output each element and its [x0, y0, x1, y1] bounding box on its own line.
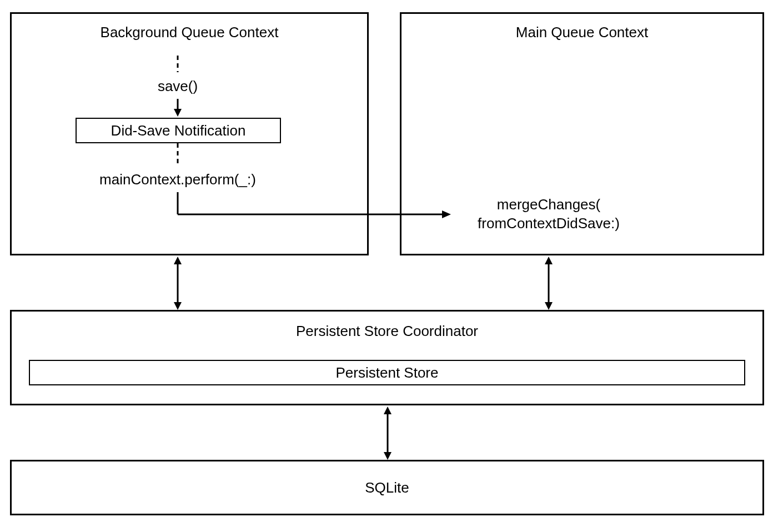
- did-save-notification-box: Did-Save Notification: [76, 118, 281, 143]
- save-arrow-icon: [172, 56, 183, 117]
- coordinator-to-sqlite-arrow-icon: [382, 406, 393, 460]
- svg-marker-12: [545, 302, 553, 310]
- background-queue-title: Background Queue Context: [12, 24, 367, 41]
- sqlite-box: SQLite: [10, 460, 764, 515]
- persistent-store-box: Persistent Store: [29, 360, 745, 385]
- coordinator-box: Persistent Store Coordinator: [10, 310, 764, 405]
- svg-marker-10: [545, 257, 553, 264]
- main-to-coordinator-arrow-icon: [543, 257, 554, 310]
- svg-marker-9: [174, 302, 182, 310]
- sqlite-title: SQLite: [12, 479, 762, 496]
- svg-marker-13: [384, 406, 391, 414]
- persistent-store-label: Persistent Store: [336, 364, 439, 382]
- perform-arrow-icon: [172, 143, 455, 232]
- merge-changes-label: mergeChanges( fromContextDidSave:): [465, 195, 632, 233]
- coordinator-title: Persistent Store Coordinator: [12, 323, 762, 340]
- svg-marker-7: [174, 257, 182, 264]
- main-queue-title: Main Queue Context: [401, 24, 762, 41]
- merge-line1: mergeChanges(: [465, 195, 632, 214]
- svg-marker-15: [384, 452, 391, 460]
- bg-to-coordinator-arrow-icon: [172, 257, 183, 310]
- svg-marker-2: [174, 109, 182, 117]
- did-save-notification-label: Did-Save Notification: [111, 122, 246, 139]
- svg-marker-6: [442, 210, 451, 218]
- merge-line2: fromContextDidSave:): [465, 214, 632, 233]
